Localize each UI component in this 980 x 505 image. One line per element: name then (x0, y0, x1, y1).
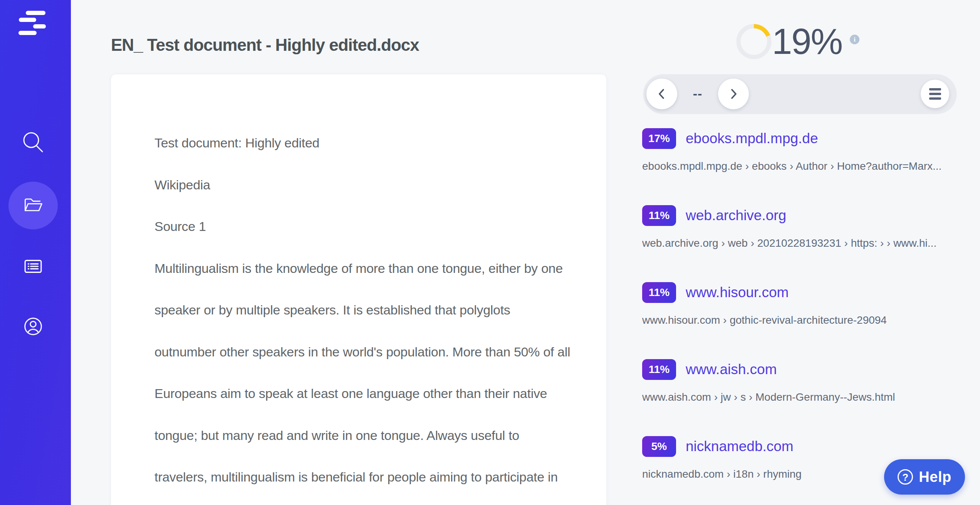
help-label: Help (919, 469, 951, 485)
profile-icon (21, 314, 45, 338)
question-icon: ? (898, 469, 913, 485)
info-icon[interactable]: i (850, 35, 859, 44)
document-text: Test document: Highly edited Wikipedia S… (154, 122, 571, 498)
source-link[interactable]: www.hisour.com (686, 284, 789, 301)
results-nav: -- (643, 74, 957, 114)
source-breadcrumb: ebooks.mpdl.mpg.de › ebooks › Author › H… (642, 160, 973, 172)
logo-bar (18, 31, 37, 35)
logo-bar (33, 24, 46, 28)
document-line: outnumber other speakers in the world's … (154, 331, 571, 373)
document-preview[interactable]: Test document: Highly edited Wikipedia S… (111, 74, 607, 505)
source-percent-badge: 11% (642, 205, 676, 226)
source-item: 11% web.archive.org web.archive.org › we… (642, 205, 973, 271)
source-link[interactable]: www.aish.com (686, 361, 777, 378)
search-icon (21, 130, 45, 155)
chevron-left-icon (656, 87, 668, 101)
sidebar (0, 0, 71, 505)
similarity-ring (736, 24, 772, 59)
document-line: Source 1 (154, 206, 571, 247)
document-line: Multilingualism is the knowledge of more… (154, 247, 571, 289)
logo-bar (26, 11, 45, 15)
folder-icon (22, 194, 45, 217)
source-breadcrumb: web.archive.org › web › 20210228193231 ›… (642, 237, 973, 249)
similarity-percent: 19% (772, 20, 842, 63)
sidebar-item-profile[interactable] (8, 303, 58, 350)
results-menu-button[interactable] (921, 80, 949, 108)
source-link[interactable]: ebooks.mpdl.mpg.de (686, 130, 818, 147)
source-link[interactable]: web.archive.org (686, 207, 786, 224)
document-line: Europeans aim to speak at least one lang… (154, 373, 571, 415)
source-item: 11% www.aish.com www.aish.com › jw › s ›… (642, 359, 973, 425)
source-breadcrumb: www.aish.com › jw › s › Modern-Germany--… (642, 391, 973, 403)
document-line: Test document: Highly edited (154, 122, 571, 164)
source-item: 11% www.hisour.com www.hisour.com › goth… (642, 282, 973, 348)
chevron-right-icon (728, 87, 739, 101)
hamburger-icon (929, 88, 941, 100)
prev-source-button[interactable] (646, 79, 677, 109)
source-percent-badge: 11% (642, 359, 676, 380)
sidebar-item-folders[interactable] (8, 182, 58, 229)
document-line: travelers, multilingualism is beneficial… (154, 456, 571, 498)
source-link[interactable]: nicknamedb.com (686, 438, 794, 455)
source-breadcrumb: www.hisour.com › gothic-revival-architec… (642, 314, 973, 326)
sidebar-item-search[interactable] (8, 119, 58, 166)
next-source-button[interactable] (718, 79, 749, 109)
match-counter: -- (683, 74, 712, 114)
help-button[interactable]: ? Help (884, 459, 965, 495)
report-list-icon (22, 255, 44, 278)
document-line: tongue; but many read and write in one t… (154, 415, 571, 457)
source-item: 17% ebooks.mpdl.mpg.de ebooks.mpdl.mpg.d… (642, 128, 973, 194)
logo-bar (19, 18, 36, 22)
document-line: speaker or by multiple speakers. It is e… (154, 289, 571, 331)
source-percent-badge: 5% (642, 436, 676, 457)
source-percent-badge: 11% (642, 282, 676, 303)
document-line: Wikipedia (154, 164, 571, 206)
source-percent-badge: 17% (642, 128, 676, 149)
page-title: EN_ Test document - Highly edited.docx (111, 35, 535, 55)
app-window: EN_ Test document - Highly edited.docx 1… (0, 0, 980, 505)
sidebar-item-reports[interactable] (8, 242, 58, 290)
